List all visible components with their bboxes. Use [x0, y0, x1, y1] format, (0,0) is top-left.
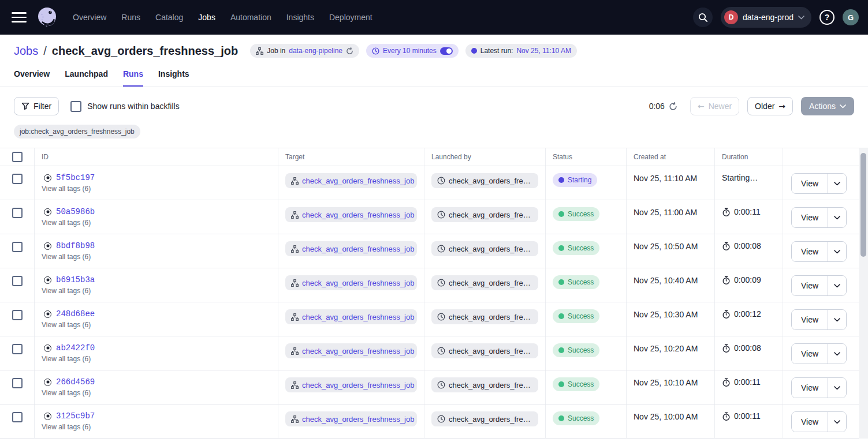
view-all-tags-link[interactable]: View all tags (6) [42, 423, 271, 431]
row-checkbox[interactable] [12, 276, 23, 286]
workspace-switcher[interactable]: D data-eng-prod [721, 7, 811, 28]
view-all-tags-link[interactable]: View all tags (6) [42, 321, 271, 329]
newer-button[interactable]: ← Newer [690, 97, 739, 115]
row-checkbox[interactable] [12, 174, 23, 184]
created-at-value: Nov 25, 10:30 AM [634, 310, 698, 319]
hamburger-menu-icon[interactable] [12, 12, 28, 23]
schedule-toggle[interactable] [440, 47, 453, 55]
launched-by-pill[interactable]: check_avg_orders_freshn… [431, 309, 538, 324]
view-all-tags-link[interactable]: View all tags (6) [42, 185, 271, 193]
run-id-link[interactable]: 50a5986b [56, 207, 95, 216]
tab-bar: Overview Launchpad Runs Insights [0, 69, 868, 87]
duration-cell: 0:00:12 [715, 302, 783, 336]
view-dropdown-button[interactable] [828, 276, 846, 295]
view-all-tags-link[interactable]: View all tags (6) [42, 355, 271, 363]
launched-by-pill[interactable]: check_avg_orders_freshn… [431, 377, 538, 392]
nav-item-jobs[interactable]: Jobs [198, 13, 215, 22]
run-id-link[interactable]: 8bdf8b98 [56, 241, 95, 250]
actions-button[interactable]: Actions [801, 97, 854, 115]
user-avatar[interactable]: G [843, 9, 859, 25]
dagster-logo-icon[interactable] [35, 5, 60, 30]
tab-overview[interactable]: Overview [14, 69, 50, 87]
target-pill[interactable]: check_avg_orders_freshness_job [285, 241, 417, 256]
row-checkbox[interactable] [12, 208, 23, 218]
run-id-link[interactable]: 248d68ee [56, 309, 95, 319]
status-badge: Success [553, 207, 599, 221]
page-header: Jobs / check_avg_orders_freshness_job Jo… [0, 35, 868, 87]
launched-by-pill[interactable]: check_avg_orders_freshn… [431, 411, 538, 426]
view-dropdown-button[interactable] [828, 310, 846, 329]
target-pill[interactable]: check_avg_orders_freshness_job [285, 343, 417, 358]
view-dropdown-button[interactable] [828, 378, 846, 398]
job-filter-tag[interactable]: job:check_avg_orders_freshness_job [14, 125, 140, 138]
target-pill[interactable]: check_avg_orders_freshness_job [285, 309, 417, 324]
status-badge: Success [553, 309, 599, 323]
tab-insights[interactable]: Insights [158, 69, 189, 87]
run-id-link[interactable]: ab2422f0 [56, 343, 95, 353]
scrollbar-thumb[interactable] [860, 153, 866, 257]
view-all-tags-link[interactable]: View all tags (6) [42, 219, 271, 227]
view-button[interactable]: View [792, 412, 828, 432]
view-button[interactable]: View [792, 310, 828, 329]
older-button[interactable]: Older → [747, 97, 793, 115]
view-dropdown-button[interactable] [828, 344, 846, 364]
clock-icon [437, 177, 445, 185]
target-pill[interactable]: check_avg_orders_freshness_job [285, 207, 417, 222]
row-checkbox[interactable] [12, 242, 23, 252]
run-id-link[interactable]: b6915b3a [56, 275, 95, 284]
view-dropdown-button[interactable] [828, 208, 846, 227]
row-checkbox[interactable] [12, 412, 23, 422]
pipeline-link[interactable]: data-eng-pipeline [289, 47, 342, 55]
target-pill[interactable]: check_avg_orders_freshness_job [285, 275, 417, 290]
nav-item-automation[interactable]: Automation [230, 13, 271, 22]
status-badge: Success [553, 241, 599, 255]
launched-by-pill[interactable]: check_avg_orders_freshn… [431, 173, 538, 188]
top-nav: Overview Runs Catalog Jobs Automation In… [0, 0, 868, 35]
view-button[interactable]: View [792, 242, 828, 261]
nav-item-deployment[interactable]: Deployment [329, 13, 372, 22]
launched-by-pill[interactable]: check_avg_orders_freshn… [431, 207, 538, 222]
launched-by-pill[interactable]: check_avg_orders_freshn… [431, 343, 538, 358]
select-all-checkbox[interactable] [12, 152, 23, 162]
refresh-icon[interactable] [669, 102, 677, 111]
view-button[interactable]: View [792, 344, 828, 364]
launched-by-pill[interactable]: check_avg_orders_freshn… [431, 241, 538, 256]
target-pill[interactable]: check_avg_orders_freshness_job [285, 411, 417, 426]
help-button[interactable]: ? [819, 10, 835, 25]
launched-by-pill[interactable]: check_avg_orders_freshn… [431, 275, 538, 290]
table-row: 5f5bc197 View all tags (6) check_avg_ord… [0, 166, 859, 200]
breadcrumb-jobs-link[interactable]: Jobs [14, 44, 38, 58]
view-dropdown-button[interactable] [828, 174, 846, 193]
view-button[interactable]: View [792, 208, 828, 227]
tab-runs[interactable]: Runs [123, 69, 143, 87]
view-all-tags-link[interactable]: View all tags (6) [42, 389, 271, 397]
row-checkbox[interactable] [12, 378, 23, 388]
row-checkbox[interactable] [12, 310, 23, 320]
search-button[interactable] [693, 8, 713, 27]
row-checkbox[interactable] [12, 344, 23, 354]
nav-item-catalog[interactable]: Catalog [155, 13, 183, 22]
view-all-tags-link[interactable]: View all tags (6) [42, 287, 271, 295]
chevron-down-icon [834, 216, 840, 220]
latest-run-link[interactable]: Nov 25, 11:10 AM [516, 47, 571, 55]
run-id-link[interactable]: 5f5bc197 [56, 173, 95, 182]
filter-button[interactable]: Filter [14, 97, 59, 115]
view-button[interactable]: View [792, 276, 828, 295]
nav-item-insights[interactable]: Insights [286, 13, 314, 22]
target-pill[interactable]: check_avg_orders_freshness_job [285, 173, 417, 188]
target-pill[interactable]: check_avg_orders_freshness_job [285, 377, 417, 392]
nav-item-runs[interactable]: Runs [121, 13, 140, 22]
view-dropdown-button[interactable] [828, 242, 846, 261]
backfills-checkbox[interactable] [70, 101, 81, 112]
nav-item-overview[interactable]: Overview [73, 13, 106, 22]
clock-icon [372, 47, 379, 55]
view-button[interactable]: View [792, 378, 828, 398]
view-dropdown-button[interactable] [828, 412, 846, 432]
sync-icon[interactable] [346, 47, 353, 55]
vertical-scrollbar[interactable] [859, 148, 868, 439]
view-button[interactable]: View [792, 174, 828, 193]
tab-launchpad[interactable]: Launchpad [65, 69, 108, 87]
run-id-link[interactable]: 266d4569 [56, 377, 95, 387]
run-id-link[interactable]: 3125c9b7 [56, 411, 95, 421]
view-all-tags-link[interactable]: View all tags (6) [42, 253, 271, 261]
